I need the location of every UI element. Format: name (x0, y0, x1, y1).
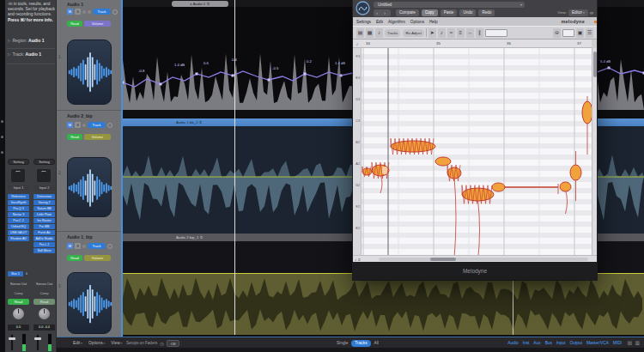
melodyne-menu[interactable]: Algorithm (388, 20, 405, 24)
melodyne-note[interactable] (372, 162, 389, 193)
channel-setting-button[interactable]: Setting (33, 159, 55, 165)
automation-parameter-slider[interactable]: Volume (84, 21, 111, 27)
plugin-slot[interactable]: Vocing 2 (33, 200, 55, 205)
melodyne-note[interactable] (362, 167, 372, 177)
plugin-header-button[interactable]: Undo (459, 9, 476, 16)
plugin-slot[interactable]: AdDo Studio (33, 236, 55, 241)
scrollbar-thumb[interactable] (430, 258, 456, 261)
plugin-slot[interactable]: Saturn BB (33, 206, 55, 211)
melodyne-note[interactable] (492, 183, 558, 194)
toolbar-toggle-button[interactable]: Tracks (385, 29, 400, 37)
list-panel-icon[interactable]: ▥ (635, 340, 640, 345)
freeze-button[interactable] (107, 244, 112, 249)
mute-button[interactable]: M (67, 9, 73, 15)
track-name[interactable]: Audio 1_bip (67, 234, 93, 240)
melodyne-note[interactable] (582, 95, 592, 155)
faders-option-value[interactable]: Off (167, 340, 180, 347)
playhead[interactable] (234, 0, 235, 335)
clip-view-icon[interactable]: ♪ (375, 28, 383, 38)
melodyne-note[interactable] (435, 157, 451, 166)
channel-filter-button[interactable]: Master/VCA (586, 341, 609, 345)
solo-button[interactable]: S (75, 243, 81, 249)
solo-button[interactable]: S (75, 9, 81, 15)
scrollbar-track[interactable] (379, 258, 588, 261)
pitch-tool-icon[interactable]: ♪ (438, 28, 446, 38)
note-editor[interactable] (361, 48, 592, 255)
track-name[interactable]: Audio 2_bip (67, 113, 93, 118)
melodyne-note[interactable] (570, 151, 581, 201)
channel-filter-button[interactable]: Aux (533, 341, 540, 345)
preset-dropdown[interactable]: Untitled (374, 2, 525, 9)
melodyne-menu[interactable]: Edit (376, 20, 383, 24)
send-level[interactable]: 0 (24, 271, 29, 276)
channel-filter-button[interactable]: Inst (523, 341, 530, 345)
pan-knob[interactable] (13, 308, 24, 319)
plugin-slot[interactable]: Pro MB (33, 224, 55, 229)
channel-fader[interactable] (36, 334, 39, 351)
channel-filter-button[interactable]: Output (570, 341, 582, 345)
main-tool-icon[interactable]: ➤ (428, 28, 436, 38)
automation-parameter-slider[interactable]: Volume (84, 255, 111, 261)
solo-button[interactable]: S (75, 122, 81, 128)
send-slot[interactable]: Bus 1 (8, 271, 23, 276)
track-header-3[interactable]: 3 Audio 1_bip M S Track Read Volume (57, 231, 121, 337)
mute-button[interactable]: M (67, 243, 73, 249)
view-dropdown[interactable]: Editor (568, 9, 588, 16)
channel-filter-button[interactable]: Bus (545, 341, 552, 345)
mixer-menu[interactable]: View (111, 341, 122, 345)
bar-ruler[interactable]: 34353637 (361, 39, 592, 48)
eq-display[interactable]: ⌒ (37, 169, 51, 182)
plugin-slot[interactable]: Little Plate (33, 212, 55, 217)
view-single-button[interactable]: Single (337, 341, 348, 345)
plugin-header-button[interactable]: Copy (422, 9, 438, 16)
plugin-slot[interactable]: Pro-Q 3 (8, 206, 29, 211)
plugin-slot[interactable]: Shadow AU (8, 236, 29, 241)
output-slot[interactable]: Stereo Out (33, 282, 56, 287)
notes-panel-icon[interactable]: ▤ (628, 340, 632, 345)
track-icon[interactable] (67, 157, 112, 217)
track-mode-button[interactable]: Track (88, 122, 106, 128)
automation-read-button[interactable]: Read (67, 134, 82, 140)
freeze-button[interactable] (107, 123, 112, 128)
track-name[interactable]: Audio 1 (67, 2, 83, 7)
track-view-icon[interactable]: ▦ (366, 28, 374, 38)
plugin-slot[interactable]: Fresh Air (33, 230, 55, 235)
channel-fader[interactable] (10, 334, 14, 351)
scrollbar-thumb[interactable] (593, 52, 597, 77)
plugin-slot[interactable]: Pro-C 2 (8, 218, 29, 223)
plugin-slot[interactable]: VocalSynth (8, 200, 29, 205)
plugin-slot[interactable]: Pro-L 2 (33, 242, 55, 247)
amplitude-tool-icon[interactable]: ≡ (457, 28, 465, 38)
melodyne-menu[interactable]: Settings (356, 20, 371, 24)
channel-filter-button[interactable]: MIDI (613, 341, 622, 345)
plugin-slot[interactable]: Inv Router (33, 218, 55, 223)
automation-read-button[interactable]: Read (67, 21, 82, 27)
mixer-menu[interactable]: Edit (73, 341, 82, 345)
plugin-slot[interactable]: Oxford EQ (8, 224, 29, 229)
link-icon[interactable]: ∞ (590, 10, 593, 15)
plugin-header-button[interactable]: Redo (478, 9, 495, 16)
plugin-slot[interactable]: Nectar 3 (8, 212, 29, 217)
region-name-pill[interactable]: ▸Audio 1 ② (172, 1, 228, 7)
region-disclosure[interactable]: ▷Region: Audio 1 (8, 38, 56, 43)
plugin-header-button[interactable]: Compare (396, 9, 419, 16)
formant-tool-icon[interactable]: ≈ (447, 28, 455, 38)
track-icon[interactable] (67, 39, 112, 105)
melodyne-note[interactable] (447, 165, 461, 255)
plugin-slot[interactable]: Dimension (33, 194, 55, 199)
pan-knob[interactable] (39, 308, 50, 319)
input-slot[interactable]: Input 2 (33, 185, 55, 191)
input-slot[interactable]: Input 1 (8, 185, 29, 191)
timing-tool-icon[interactable]: ↔ (466, 28, 474, 38)
preset-prev-next-buttons[interactable]: ‹ › (374, 9, 391, 16)
input-monitor-button[interactable] (82, 124, 86, 127)
snap-icon[interactable]: ▣ (576, 28, 584, 38)
channel-setting-button[interactable]: Setting (8, 159, 29, 165)
input-monitor-button[interactable] (82, 245, 86, 248)
track-header-2[interactable]: 2 Audio 2_bip M S Track Read Volume (57, 110, 121, 230)
melodyne-menu[interactable]: Help (429, 20, 438, 24)
record-enable-button[interactable] (88, 10, 91, 14)
channel-filter-button[interactable]: Input (556, 341, 566, 345)
automation-parameter-slider[interactable]: Volume (84, 134, 111, 140)
automation-mode-button[interactable]: Read (33, 299, 55, 305)
